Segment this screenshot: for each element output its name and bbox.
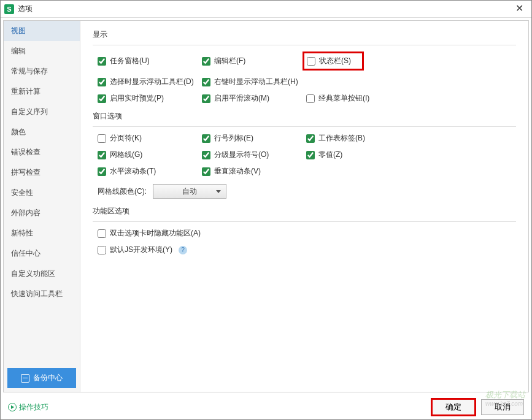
help-icon[interactable]: ?: [179, 246, 187, 254]
sidebar-item[interactable]: 拼写检查: [4, 162, 80, 183]
tips-link[interactable]: 操作技巧: [8, 402, 48, 413]
footer: 操作技巧 确定 取消: [1, 395, 531, 419]
grid-color-value: 自动: [182, 186, 197, 197]
checkbox-option[interactable]: 工作表标签(B): [306, 133, 411, 143]
sidebar-item[interactable]: 新特性: [4, 223, 80, 243]
checkbox-label: 默认JS开发环境(Y): [110, 245, 172, 255]
checkbox-input[interactable]: [98, 134, 106, 143]
checkbox-option[interactable]: 状态栏(S): [303, 52, 364, 71]
ok-button[interactable]: 确定: [432, 399, 475, 415]
sidebar-item[interactable]: 信任中心: [4, 243, 80, 264]
checkbox-label: 选择时显示浮动工具栏(D): [110, 77, 194, 87]
checkbox-input[interactable]: [98, 78, 106, 86]
checkbox-input[interactable]: [307, 57, 315, 66]
checkbox-option[interactable]: 垂直滚动条(V): [202, 166, 306, 177]
play-icon: [8, 403, 17, 411]
content-panel: 显示 任务窗格(U)编辑栏(F)状态栏(S)选择时显示浮动工具栏(D)右键时显示…: [80, 21, 528, 392]
backup-label: 备份中心: [33, 373, 63, 383]
sidebar-item[interactable]: 视图: [4, 21, 80, 41]
checkbox-label: 启用平滑滚动(M): [214, 93, 269, 104]
sidebar-item[interactable]: 快速访问工具栏: [4, 284, 80, 304]
sidebar-item[interactable]: 安全性: [4, 183, 80, 203]
backup-icon: [21, 374, 29, 383]
checkbox-label: 启用实时预览(P): [110, 93, 164, 104]
checkbox-option[interactable]: 双击选项卡时隐藏功能区(A): [98, 228, 516, 239]
checkbox-input[interactable]: [98, 151, 106, 159]
checkbox-option[interactable]: 默认JS开发环境(Y)?: [98, 245, 516, 255]
grid-color-label: 网格线颜色(C):: [98, 186, 147, 197]
checkbox-input[interactable]: [202, 57, 210, 66]
sidebar-item[interactable]: 外部内容: [4, 203, 80, 223]
checkbox-input[interactable]: [98, 94, 106, 103]
app-icon: S: [4, 4, 14, 14]
checkbox-label: 双击选项卡时隐藏功能区(A): [110, 228, 201, 239]
checkbox-label: 右键时显示浮动工具栏(H): [214, 77, 298, 87]
checkbox-label: 分页符(K): [110, 133, 142, 143]
backup-center-button[interactable]: 备份中心: [7, 368, 76, 388]
checkbox-label: 任务窗格(U): [110, 56, 150, 66]
checkbox-input[interactable]: [306, 134, 315, 143]
section-ribbon: 功能区选项 双击选项卡时隐藏功能区(A)默认JS开发环境(Y)?: [93, 206, 516, 255]
sidebar-item[interactable]: 编辑: [4, 41, 80, 61]
window-title: 选项: [18, 4, 511, 14]
checkbox-option[interactable]: 编辑栏(F): [202, 52, 306, 71]
checkbox-label: 分级显示符号(O): [214, 150, 269, 160]
sidebar-item[interactable]: 颜色: [4, 122, 80, 142]
checkbox-label: 垂直滚动条(V): [214, 166, 261, 177]
checkbox-input[interactable]: [202, 78, 210, 86]
checkbox-input[interactable]: [98, 167, 106, 176]
checkbox-input[interactable]: [98, 229, 106, 238]
checkbox-label: 行号列标(E): [214, 133, 253, 143]
checkbox-label: 编辑栏(F): [214, 56, 245, 66]
checkbox-input[interactable]: [98, 57, 106, 66]
checkbox-input[interactable]: [306, 151, 315, 159]
checkbox-input[interactable]: [202, 134, 210, 143]
checkbox-option[interactable]: 网格线(G): [98, 150, 202, 160]
sidebar-item[interactable]: 错误检查: [4, 142, 80, 162]
checkbox-label: 经典菜单按钮(I): [318, 93, 369, 104]
checkbox-option[interactable]: 选择时显示浮动工具栏(D): [98, 77, 202, 87]
checkbox-input[interactable]: [202, 167, 210, 176]
section-window: 窗口选项 分页符(K)行号列标(E)工作表标签(B)网格线(G)分级显示符号(O…: [93, 111, 516, 199]
checkbox-label: 水平滚动条(T): [110, 166, 156, 177]
checkbox-label: 状态栏(S): [319, 56, 351, 66]
checkbox-option[interactable]: 零值(Z): [306, 150, 411, 160]
checkbox-option[interactable]: 右键时显示浮动工具栏(H): [202, 77, 306, 87]
checkbox-input[interactable]: [202, 94, 210, 103]
checkbox-option[interactable]: 启用平滑滚动(M): [202, 93, 306, 104]
checkbox-option[interactable]: 任务窗格(U): [98, 52, 202, 71]
section-title: 显示: [93, 29, 516, 40]
section-title: 窗口选项: [93, 111, 516, 121]
close-button[interactable]: ✕: [511, 2, 528, 17]
checkbox-label: 网格线(G): [110, 150, 142, 160]
titlebar: S 选项 ✕: [1, 1, 531, 18]
checkbox-option[interactable]: 分页符(K): [98, 133, 202, 143]
tips-label: 操作技巧: [19, 402, 48, 413]
sidebar-item[interactable]: 自定义功能区: [4, 264, 80, 284]
section-display: 显示 任务窗格(U)编辑栏(F)状态栏(S)选择时显示浮动工具栏(D)右键时显示…: [93, 29, 516, 104]
sidebar-item[interactable]: 自定义序列: [4, 102, 80, 122]
checkbox-option[interactable]: 经典菜单按钮(I): [306, 93, 411, 104]
checkbox-option[interactable]: 启用实时预览(P): [98, 93, 202, 104]
checkbox-input[interactable]: [202, 151, 210, 159]
sidebar: 视图编辑常规与保存重新计算自定义序列颜色错误检查拼写检查安全性外部内容新特性信任…: [4, 21, 80, 392]
checkbox-option[interactable]: 行号列标(E): [202, 133, 306, 143]
cancel-button[interactable]: 取消: [481, 399, 524, 415]
checkbox-option[interactable]: 水平滚动条(T): [98, 166, 202, 177]
checkbox-label: 工作表标签(B): [318, 133, 365, 143]
options-dialog: S 选项 ✕ 视图编辑常规与保存重新计算自定义序列颜色错误检查拼写检查安全性外部…: [0, 0, 532, 420]
sidebar-item[interactable]: 常规与保存: [4, 61, 80, 82]
checkbox-input[interactable]: [306, 94, 315, 103]
sidebar-item[interactable]: 重新计算: [4, 82, 80, 102]
checkbox-option[interactable]: 分级显示符号(O): [202, 150, 306, 160]
section-title: 功能区选项: [93, 206, 516, 216]
checkbox-input[interactable]: [98, 246, 106, 254]
checkbox-label: 零值(Z): [318, 150, 342, 160]
grid-color-dropdown[interactable]: 自动: [153, 184, 226, 199]
